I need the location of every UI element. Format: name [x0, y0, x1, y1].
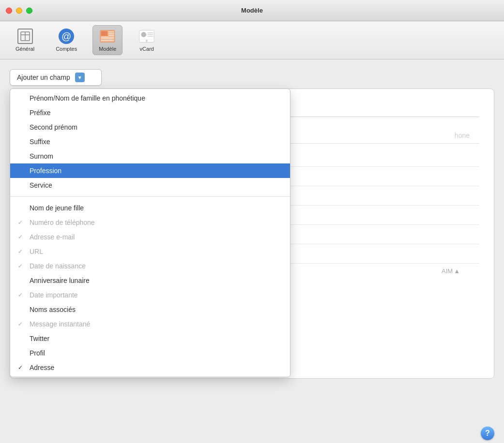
modele-icon: [100, 29, 115, 44]
menu-item-anniversaire-lunaire[interactable]: Anniversaire lunaire: [10, 273, 290, 288]
menu-item-url[interactable]: URL: [10, 244, 290, 259]
menu-item-noms-associes[interactable]: Noms associés: [10, 302, 290, 317]
help-icon: ?: [485, 429, 490, 438]
menu-separator-1: [10, 196, 290, 197]
traffic-lights: [6, 7, 32, 14]
menu-item-surnom[interactable]: Surnom: [10, 149, 290, 163]
title-bar: Modèle: [0, 0, 504, 21]
toolbar-item-comptes-label: Comptes: [56, 46, 77, 52]
menu-item-prefixe[interactable]: Préfixe: [10, 105, 290, 120]
menu-group-1: Prénom/Nom de famille en phonétique Préf…: [10, 89, 290, 194]
minimize-button[interactable]: [16, 7, 22, 14]
toolbar: Général @ Comptes Modèle: [0, 21, 504, 59]
dropdown-menu: Prénom/Nom de famille en phonétique Préf…: [10, 89, 290, 377]
menu-item-prenom-nom-phonetique[interactable]: Prénom/Nom de famille en phonétique: [10, 91, 290, 105]
menu-item-date-importante[interactable]: Date importante: [10, 288, 290, 302]
phone-placeholder-text: hone: [455, 132, 470, 139]
menu-item-adresse-email[interactable]: Adresse e-mail: [10, 230, 290, 244]
toolbar-item-general[interactable]: Général: [10, 26, 40, 55]
toolbar-item-comptes[interactable]: @ Comptes: [50, 26, 83, 55]
menu-item-numero-telephone[interactable]: Numéro de téléphone: [10, 215, 290, 230]
menu-group-2: Nom de jeune fille Numéro de téléphone A…: [10, 199, 290, 377]
toolbar-item-vcard-label: vCard: [140, 46, 154, 52]
menu-item-message-instantane[interactable]: Message instantané: [10, 317, 290, 331]
comptes-icon: @: [59, 29, 74, 44]
svg-point-12: [141, 32, 147, 37]
menu-item-twitter[interactable]: Twitter: [10, 331, 290, 346]
menu-item-second-prenom[interactable]: Second prénom: [10, 120, 290, 134]
aim-placeholder: AIM: [442, 267, 453, 275]
menu-item-profil[interactable]: Profil: [10, 346, 290, 360]
menu-item-service[interactable]: Service: [10, 178, 290, 192]
toolbar-item-modele[interactable]: Modèle: [92, 25, 122, 55]
help-button[interactable]: ?: [481, 427, 494, 440]
menu-item-profession[interactable]: Profession: [10, 163, 290, 178]
vcard-icon: @: [139, 29, 154, 44]
dropdown-label: Ajouter un champ: [17, 74, 70, 81]
general-icon: [17, 29, 33, 44]
main-content: om hone AIM ▲ Ajouter un champ ▼: [0, 59, 504, 443]
add-field-dropdown[interactable]: Ajouter un champ ▼: [10, 69, 102, 86]
menu-item-date-naissance[interactable]: Date de naissance: [10, 259, 290, 273]
close-button[interactable]: [6, 7, 12, 14]
window-title: Modèle: [241, 7, 263, 14]
menu-item-nom-jeune-fille[interactable]: Nom de jeune fille: [10, 201, 290, 215]
chevron-down-icon: ▼: [75, 73, 85, 82]
svg-rect-4: [101, 31, 107, 36]
menu-item-suffixe[interactable]: Suffixe: [10, 134, 290, 149]
toolbar-item-general-label: Général: [15, 46, 34, 52]
maximize-button[interactable]: [26, 7, 32, 14]
menu-item-adresse[interactable]: Adresse: [10, 360, 290, 375]
toolbar-item-vcard[interactable]: @ vCard: [132, 26, 161, 55]
svg-text:@: @: [146, 40, 148, 42]
toolbar-item-modele-label: Modèle: [99, 46, 116, 52]
